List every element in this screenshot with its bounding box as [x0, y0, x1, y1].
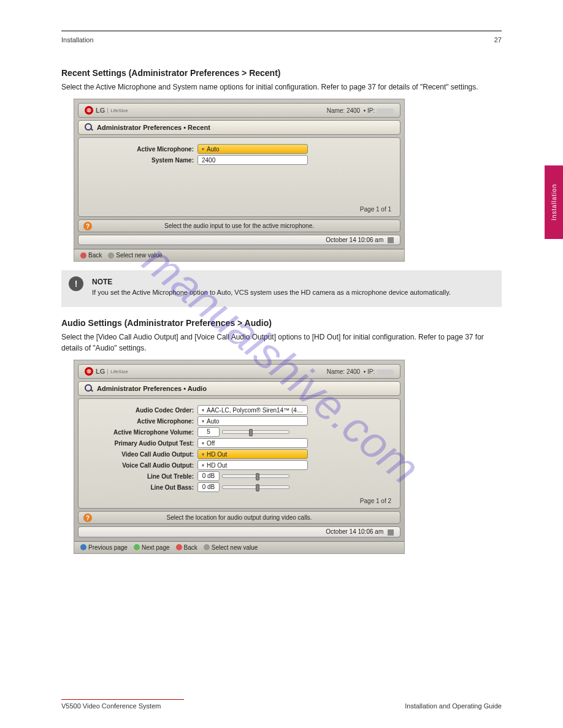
footer-right: Installation and Operating Guide [405, 702, 502, 710]
active-mic-label-2: Active Microphone: [87, 418, 197, 425]
chevron-down-icon: ▾ [202, 408, 204, 413]
shot1-breadcrumb: Administrator Preferences • Recent [78, 120, 400, 135]
shot1-help-text: Select the audio input to use for the ac… [164, 222, 314, 229]
prev-icon [80, 544, 86, 550]
lg-logo-icon: ⦿ [85, 367, 93, 376]
active-mic-dropdown-2[interactable]: ▾Auto [197, 416, 308, 426]
audio-test-dropdown[interactable]: ▾Off [197, 438, 308, 448]
top-rule [61, 31, 502, 31]
shot1-ip-label: • IP: [364, 107, 375, 114]
voice-out-label: Voice Call Audio Output: [87, 462, 197, 469]
next-page-button[interactable]: Next page [134, 544, 170, 551]
video-out-dropdown[interactable]: ▾HD Out [197, 449, 308, 459]
note-icon: ! [69, 276, 83, 291]
select-icon [204, 544, 210, 550]
bass-value: 0 dB [197, 482, 220, 492]
section-audio-text: Select the [Video Call Audio Output] and… [61, 332, 502, 354]
shot2-page-indicator: Page 1 of 2 [360, 498, 391, 504]
footer-left: V5500 Video Conference System [61, 702, 161, 710]
screenshot-audio: ⦿ LG LifeSize Name: 2400 • IP: xxx Admin… [74, 360, 405, 553]
shot1-topbar: ⦿ LG LifeSize Name: 2400 • IP: xxx [78, 103, 400, 118]
side-tab: Installation [545, 165, 563, 239]
shot2-topbar: ⦿ LG LifeSize Name: 2400 • IP: xxx [78, 364, 400, 379]
magnifier-icon [85, 384, 93, 393]
shot2-ip-label: • IP: [364, 368, 375, 375]
treble-slider[interactable] [222, 474, 289, 478]
select-value-button-2[interactable]: Select new value [204, 544, 258, 551]
shot1-footer: Back Select new value [74, 249, 404, 261]
mic-volume-label: Active Microphone Volume: [87, 429, 197, 436]
shot2-ip-blur: xxx [377, 370, 394, 375]
shot2-panel: Audio Codec Order: ▾AAC-LC, Polycom® Sir… [78, 398, 400, 509]
lg-logo-text: LG [96, 368, 105, 375]
shot1-ip-blur: xxx [377, 108, 394, 114]
mic-volume-value: 5 [197, 427, 220, 437]
lg-logo-text: LG [96, 107, 105, 114]
lifesize-label: LifeSize [107, 369, 128, 374]
network-icon [388, 529, 394, 536]
mic-volume-slider[interactable] [222, 430, 289, 434]
section-audio-title: Audio Settings (Administrator Preference… [61, 318, 502, 328]
note-box: ! NOTE If you set the Active Microphone … [61, 270, 502, 307]
back-icon [176, 544, 182, 550]
note-body: If you set the Active Microphone option … [92, 289, 451, 296]
help-icon[interactable]: ? [83, 514, 92, 522]
system-name-label: System Name: [87, 157, 197, 164]
shot1-page-indicator: Page 1 of 1 [360, 206, 391, 213]
note-title: NOTE [92, 278, 493, 286]
shot2-status-bar: October 14 10:06 am [78, 526, 400, 537]
video-out-label: Video Call Audio Output: [87, 451, 197, 458]
shot1-help-bar: ? Select the audio input to use for the … [78, 219, 400, 232]
shot2-breadcrumb: Administrator Preferences • Audio [78, 381, 400, 396]
audio-test-label: Primary Audio Output Test: [87, 440, 197, 447]
voice-out-dropdown[interactable]: ▾HD Out [197, 460, 308, 470]
chevron-down-icon: ▾ [202, 146, 204, 152]
shot1-name: Name: 2400 [327, 107, 360, 114]
chevron-down-icon: ▾ [202, 441, 204, 446]
shot2-help-text: Select the location for audio output dur… [167, 514, 312, 521]
page-footer: V5500 Video Conference System Installati… [61, 699, 502, 710]
header-left: Installation [61, 36, 94, 44]
treble-label: Line Out Treble: [87, 473, 197, 480]
select-value-button[interactable]: Select new value [108, 252, 163, 259]
lifesize-label: LifeSize [107, 108, 128, 113]
shot1-panel: Active Microphone: ▾Auto System Name: 24… [78, 137, 400, 217]
treble-value: 0 dB [197, 471, 220, 481]
chevron-down-icon: ▾ [202, 452, 204, 457]
section-recent-text: Select the Active Microphone and System … [61, 82, 502, 93]
bass-label: Line Out Bass: [87, 484, 197, 491]
prev-page-button[interactable]: Previous page [80, 544, 128, 551]
shot2-help-bar: ? Select the location for audio output d… [78, 511, 400, 524]
bass-slider[interactable] [222, 485, 289, 489]
lg-logo-icon: ⦿ [85, 106, 93, 115]
chevron-down-icon: ▾ [202, 463, 204, 468]
back-button-2[interactable]: Back [176, 544, 197, 551]
shot2-name: Name: 2400 [327, 368, 360, 375]
back-icon [80, 252, 86, 259]
codec-order-label: Audio Codec Order: [87, 407, 197, 414]
select-icon [108, 252, 114, 259]
slider-thumb[interactable] [256, 484, 259, 491]
page-header: Installation 27 [61, 36, 502, 44]
back-button[interactable]: Back [80, 252, 102, 259]
side-tab-label: Installation [551, 184, 557, 221]
active-mic-label: Active Microphone: [87, 146, 197, 153]
header-right: 27 [494, 36, 502, 44]
slider-thumb[interactable] [249, 429, 253, 436]
next-icon [134, 544, 140, 550]
system-name-field[interactable]: 2400 [197, 155, 308, 165]
section-recent-title: Recent Settings (Administrator Preferenc… [61, 68, 502, 78]
magnifier-icon [85, 123, 93, 132]
shot2-footer: Previous page Next page Back Select new … [74, 541, 404, 553]
chevron-down-icon: ▾ [202, 419, 204, 424]
slider-thumb[interactable] [256, 473, 259, 480]
active-mic-dropdown[interactable]: ▾Auto [197, 144, 308, 154]
screenshot-recent: ⦿ LG LifeSize Name: 2400 • IP: xxx Admin… [74, 99, 405, 262]
help-icon[interactable]: ? [83, 222, 92, 230]
network-icon [388, 237, 394, 243]
shot1-status-bar: October 14 10:06 am [78, 235, 400, 245]
codec-order-dropdown[interactable]: ▾AAC-LC, Polycom® Siren14™ (48 kb/s),... [197, 405, 308, 415]
